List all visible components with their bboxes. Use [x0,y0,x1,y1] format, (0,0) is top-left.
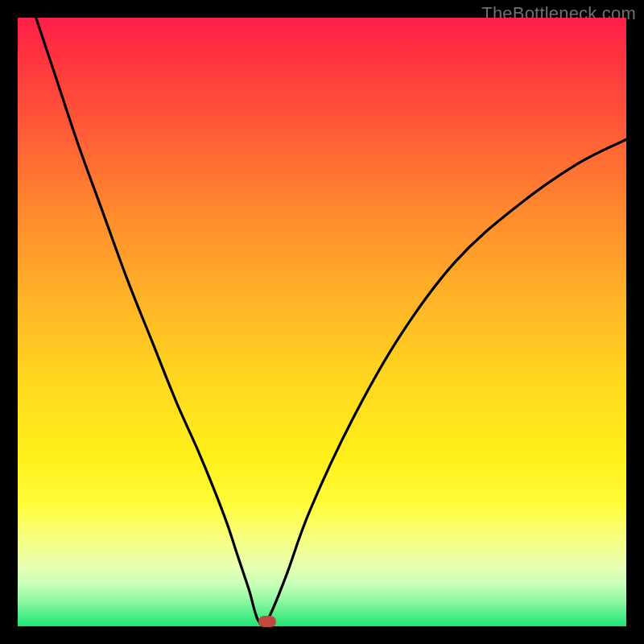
bottleneck-curve [18,18,626,626]
minimum-marker [258,616,276,627]
chart-frame: TheBottleneck.com [0,0,644,644]
plot-area [18,18,626,626]
